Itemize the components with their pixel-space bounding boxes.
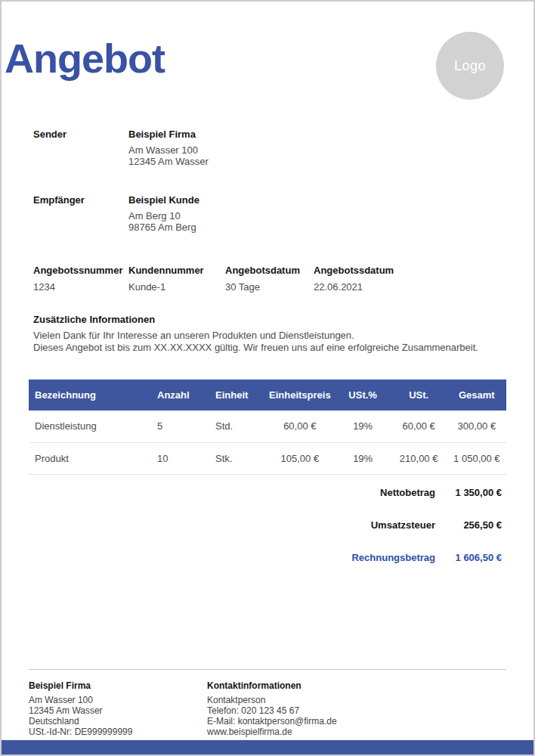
additional-info-line: Vielen Dank für Ihr Interesse an unseren… [33, 330, 506, 342]
line-items-table: Bezeichnung Anzahl Einheit Einheitspreis… [29, 380, 506, 475]
parties-section: Sender Beispiel Firma Am Wasser 100 1234… [29, 129, 506, 233]
cell-description: Dienstleistung [29, 411, 153, 442]
meta-label: Angebotssdatum [314, 265, 506, 276]
meta-value: 22.06.2021 [314, 281, 506, 293]
footer-company-line: 12345 Am Wasser [29, 705, 207, 716]
meta-customer-number: Kundennummer Kunde-1 [128, 265, 225, 293]
net-total-value: 1 350,00 € [435, 487, 506, 498]
col-header-description: Bezeichnung [29, 380, 153, 411]
vat-total-label: Umsatzsteuer [371, 519, 435, 531]
quote-meta-row: Angebotssnummer 1234 Kundennummer Kunde-… [29, 265, 506, 293]
sender-name: Beispiel Firma [128, 129, 209, 140]
footer-contact-email: E-Mail: kontaktperson@firma.de [207, 716, 337, 727]
footer-company-column: Beispiel Firma Am Wasser 100 12345 Am Wa… [29, 680, 207, 737]
cell-unit-price: 60,00 € [264, 411, 336, 442]
meta-quote-number: Angebotssnummer 1234 [33, 265, 128, 293]
cell-quantity: 10 [153, 442, 211, 474]
footer-contact-column: Kontaktinformationen Kontaktperson Telef… [207, 680, 337, 737]
meta-value: Kunde-1 [128, 281, 225, 293]
cell-description: Produkt [29, 442, 153, 474]
net-total-label: Nettobetrag [380, 487, 435, 498]
recipient-details: Beispiel Kunde Am Berg 10 98765 Am Berg [128, 194, 199, 233]
cell-vat: 60,00 € [391, 411, 447, 442]
cell-unit-price: 105,00 € [264, 442, 336, 474]
table-row: Dienstleistung 5 Std. 60,00 € 19% 60,00 … [29, 411, 506, 442]
col-header-vat-percent: USt.% [336, 380, 391, 411]
document-footer: Beispiel Firma Am Wasser 100 12345 Am Wa… [29, 669, 506, 737]
grand-total-label: Rechnungsbetrag [351, 552, 435, 563]
col-header-vat: USt. [391, 380, 447, 411]
quote-document-page: Angebot Logo Sender Beispiel Firma Am Wa… [0, 0, 535, 756]
vat-total-value: 256,50 € [435, 519, 506, 531]
meta-label: Kundennummer [128, 265, 225, 276]
meta-value: 30 Tage [225, 281, 314, 293]
sender-block: Sender Beispiel Firma Am Wasser 100 1234… [33, 129, 506, 167]
footer-company-line: Am Wasser 100 [29, 695, 207, 705]
cell-total: 1 050,00 € [447, 442, 506, 474]
meta-quote-validity: Angebotsdatum 30 Tage [225, 265, 314, 293]
footer-contact-website: www.beispielfirma.de [207, 727, 337, 737]
meta-value: 1234 [33, 281, 128, 293]
recipient-block: Empfänger Beispiel Kunde Am Berg 10 9876… [33, 194, 506, 233]
cell-total: 300,00 € [447, 411, 506, 442]
recipient-address-line: 98765 Am Berg [128, 222, 199, 233]
recipient-name: Beispiel Kunde [128, 194, 199, 206]
sender-details: Beispiel Firma Am Wasser 100 12345 Am Wa… [128, 129, 209, 167]
footer-company-heading: Beispiel Firma [29, 680, 207, 691]
footer-contact-phone: Telefon: 020 123 45 67 [207, 705, 337, 716]
recipient-label: Empfänger [33, 194, 128, 233]
additional-info-heading: Zusätzliche Informationen [33, 314, 506, 325]
sender-address-line: Am Wasser 100 [128, 144, 209, 156]
recipient-address: Am Berg 10 98765 Am Berg [128, 210, 199, 233]
grand-total-value: 1 606,50 € [435, 552, 506, 563]
footer-contact-heading: Kontaktinformationen [207, 680, 337, 691]
meta-label: Angebotsdatum [225, 265, 314, 276]
logo-placeholder-text: Logo [454, 58, 486, 74]
totals-section: Nettobetrag 1 350,00 € Umsatzsteuer 256,… [29, 487, 506, 563]
table-row: Produkt 10 Stk. 105,00 € 19% 210,00 € 1 … [29, 442, 506, 474]
company-logo: Logo [436, 32, 504, 100]
bottom-accent-bar [0, 740, 535, 756]
meta-quote-date: Angebotssdatum 22.06.2021 [314, 265, 506, 293]
additional-info-line: Dieses Angebot ist bis zum XX.XX.XXXX gü… [33, 342, 506, 354]
cell-vat-percent: 19% [336, 411, 391, 442]
col-header-quantity: Anzahl [153, 380, 211, 411]
cell-unit: Stk. [211, 442, 264, 474]
meta-label: Angebotssnummer [33, 265, 128, 276]
net-total-row: Nettobetrag 1 350,00 € [29, 487, 506, 498]
sender-address: Am Wasser 100 12345 Am Wasser [128, 144, 209, 167]
col-header-unit-price: Einheitspreis [264, 380, 336, 411]
sender-label: Sender [33, 129, 128, 167]
grand-total-row: Rechnungsbetrag 1 606,50 € [29, 552, 506, 563]
recipient-address-line: Am Berg 10 [128, 210, 199, 222]
cell-unit: Std. [211, 411, 264, 442]
footer-company-line: USt.-Id-Nr: DE999999999 [29, 727, 207, 737]
footer-contact-person: Kontaktperson [207, 695, 337, 705]
vat-total-row: Umsatzsteuer 256,50 € [29, 519, 506, 531]
sender-address-line: 12345 Am Wasser [128, 156, 209, 167]
col-header-total: Gesamt [447, 380, 506, 411]
additional-info-section: Zusätzliche Informationen Vielen Dank fü… [29, 314, 506, 354]
cell-vat-percent: 19% [336, 442, 391, 474]
table-header-row: Bezeichnung Anzahl Einheit Einheitspreis… [29, 380, 506, 411]
col-header-unit: Einheit [211, 380, 264, 411]
cell-vat: 210,00 € [391, 442, 447, 474]
cell-quantity: 5 [153, 411, 211, 442]
footer-company-line: Deutschland [29, 716, 207, 727]
